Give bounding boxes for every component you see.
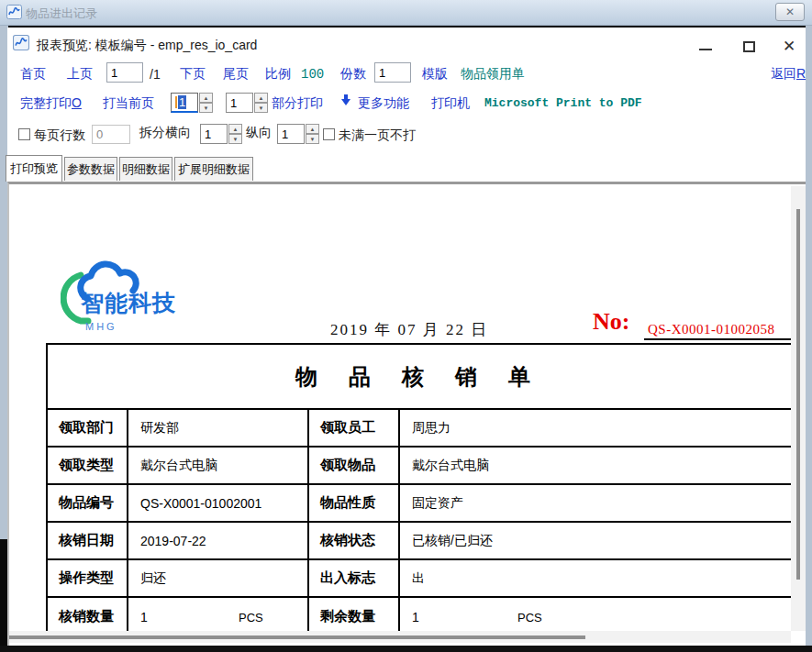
last-page-button[interactable]: 尾页 [223,66,249,83]
vertical-scrollbar-thumb[interactable] [796,209,800,580]
full-print-accel: O [72,95,82,110]
row-label: 领取员工 [309,410,400,446]
skip-partial-page-checkbox[interactable] [323,128,335,140]
horizontal-scrollbar[interactable] [9,631,791,643]
spinner-down-icon[interactable]: ▼ [306,134,319,144]
row-label: 物品编号 [48,485,128,521]
vertical-scrollbar[interactable] [791,186,806,631]
tab-print-preview[interactable]: 打印预览 [6,155,62,182]
spinner-down-icon[interactable]: ▼ [199,103,213,113]
page-number-input[interactable] [106,62,143,83]
horizontal-scrollbar-thumb[interactable] [9,635,585,639]
close-icon[interactable]: ✕ [783,37,795,56]
app-icon [6,5,22,19]
document-date: 2019 年 07 月 22 日 [330,319,488,340]
tab-detail-data[interactable]: 明细数据 [119,157,172,181]
rows-per-page-input[interactable] [92,125,130,144]
spinner-up-icon[interactable]: ▲ [199,93,213,103]
partial-from-stepper[interactable]: 1 ▲▼ [171,93,213,113]
quantity-unit: PCS [517,611,542,624]
partial-to-stepper[interactable]: 1 ▲▼ [226,93,268,113]
row-label: 出入标志 [309,560,400,596]
scale-button[interactable]: 比例 [265,66,291,83]
row-value: 戴尔台式电脑 [128,448,309,483]
document-no-value: QS-X0001-01002058 [648,322,775,337]
spinner-down-icon[interactable]: ▼ [254,103,268,113]
split-vertical-stepper[interactable]: 1 ▲▼ [277,124,319,144]
template-button[interactable]: 模版 [422,66,448,83]
scale-value: 100 [301,67,324,82]
dialog-app-icon [13,35,29,50]
table-row: 物品编号 QS-X0001-01002001 物品性质 固定资产 [48,485,791,523]
partial-print-button[interactable]: 部分打印 [272,95,323,112]
row-label: 操作类型 [48,560,128,596]
copies-input[interactable] [374,62,411,83]
row-label: 剩余数量 [309,598,400,635]
prev-page-button[interactable]: 上页 [67,66,93,83]
split-horizontal-label: 拆分横向 [139,125,191,141]
dialog-title: 报表预览: 模板编号 - emp_res_io_card [37,38,257,54]
text-caret [175,96,177,108]
outer-close-icon[interactable]: ✕ [775,3,805,21]
spinner-up-icon[interactable]: ▲ [254,93,268,103]
table-row: 核销日期 2019-07-22 核销状态 已核销/已归还 [48,523,791,560]
document-no-label: No: [593,308,629,336]
page-total-label: /1 [150,67,161,82]
copies-button[interactable]: 份数 [340,66,366,83]
partial-to-value: 1 [230,96,237,110]
more-functions-icon [341,94,350,105]
row-value: QS-X0001-01002001 [128,485,309,521]
window-frame-right [806,26,812,646]
split-vertical-value: 1 [282,127,288,141]
table-row: 领取部门 研发部 领取员工 周思力 [48,410,791,448]
printer-button[interactable]: 打印机 [431,95,470,112]
outer-titlebar: 物品进出记录 ✕ [0,0,812,26]
row-value: 固定资产 [400,485,791,521]
back-button[interactable]: 返回R [771,66,806,83]
row-value: 戴尔台式电脑 [400,448,791,483]
row-value: 已核销/已归还 [400,523,791,558]
voucher-title: 物 品 核 销 单 [48,345,791,410]
row-value: 1PCS [128,598,309,635]
spinner-down-icon[interactable]: ▼ [228,134,242,144]
row-value: 1PCS [400,598,791,635]
outer-window-title: 物品进出记录 [26,6,97,22]
row-label: 物品性质 [309,485,400,521]
rows-per-page-checkbox[interactable] [18,128,30,140]
printer-name[interactable]: Microsoft Print to PDF [484,96,642,110]
voucher-table: 物 品 核 销 单 领取部门 研发部 领取员工 周思力 领取类型 戴尔台式电脑 … [46,343,791,637]
back-accel: R [796,66,806,81]
tab-extended-detail-data[interactable]: 扩展明细数据 [174,157,253,181]
rows-per-page-label: 每页行数 [34,127,85,144]
company-logo-text: 智能科技 [81,288,176,318]
tab-parameter-data[interactable]: 参数数据 [64,157,117,181]
row-label: 领取部门 [48,410,128,446]
screen-bottom-edge [0,646,812,652]
row-label: 核销数量 [48,598,128,635]
more-functions-button[interactable]: 更多功能 [358,95,409,112]
spinner-up-icon[interactable]: ▲ [306,124,319,134]
template-name[interactable]: 物品领用单 [461,66,525,83]
first-page-button[interactable]: 首页 [20,66,46,83]
row-value: 周思力 [400,410,791,446]
row-value: 研发部 [128,410,309,446]
maximize-icon[interactable] [743,41,755,52]
minimize-icon[interactable] [699,49,712,50]
table-row: 核销数量 1PCS 剩余数量 1PCS [48,598,791,635]
print-current-button[interactable]: 打当前页 [103,95,154,112]
no-underline-rule [644,338,792,340]
spinner-up-icon[interactable]: ▲ [228,124,242,134]
row-label: 领取物品 [309,448,400,483]
partial-from-value: 1 [178,95,186,109]
full-print-label: 完整打印 [20,95,72,110]
split-vertical-label: 纵向 [246,125,272,141]
next-page-button[interactable]: 下页 [180,66,206,83]
row-label: 核销日期 [48,523,128,558]
full-print-button[interactable]: 完整打印O [20,95,82,112]
row-value: 2019-07-22 [128,523,309,558]
row-label: 核销状态 [309,523,400,558]
row-label: 领取类型 [48,448,128,483]
split-horizontal-stepper[interactable]: 1 ▲▼ [200,124,242,144]
quantity-unit: PCS [239,611,263,624]
split-horizontal-value: 1 [205,127,211,141]
